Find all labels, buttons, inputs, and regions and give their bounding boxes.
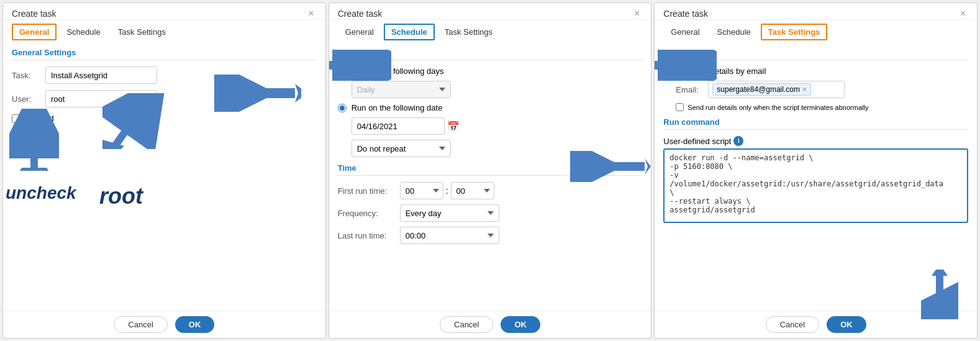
first-run-mm[interactable]: 00 (451, 182, 494, 199)
script-label: User-defined script (663, 137, 731, 146)
tab-general-3[interactable]: General (663, 24, 707, 40)
dialog-2-tabs: General Schedule Task Settings (329, 20, 651, 40)
dialog-2-header: Create task × (329, 3, 651, 20)
tab-schedule-1[interactable]: Schedule (59, 24, 107, 40)
dialog-1-title: Create task (12, 9, 57, 19)
dialog-3-footer: Cancel OK (655, 311, 977, 338)
repeat-select[interactable]: Do not repeat (352, 140, 451, 157)
calendar-icon[interactable]: 📅 (447, 120, 460, 132)
task-row: Task: (12, 66, 317, 84)
run-days-radio[interactable] (338, 67, 347, 76)
time-section-title: Time (338, 163, 643, 176)
tab-general-2[interactable]: General (338, 24, 381, 40)
date-section-title: Date (338, 48, 643, 60)
frequency-label: Frequency: (338, 209, 400, 218)
dialog-1-body: General Settings Task: User: root Enable… (3, 40, 325, 311)
dialog-1-tabs: General Schedule Task Settings (3, 20, 325, 40)
tab-schedule-3[interactable]: Schedule (710, 24, 758, 40)
enabled-row: Enabled (12, 114, 317, 123)
run-days-label: Run on the following days (352, 66, 444, 76)
frequency-select[interactable]: Every day (400, 204, 499, 222)
run-command-title: Run command (663, 117, 968, 130)
daily-select[interactable]: Daily (352, 81, 451, 98)
run-following-date-row: Run on the following date (338, 103, 643, 112)
cancel-button-3[interactable]: Cancel (766, 316, 819, 333)
dialog-2-close[interactable]: × (632, 8, 642, 19)
user-select[interactable]: root (45, 90, 157, 107)
abnormal-checkbox[interactable] (676, 103, 684, 111)
email-row: Email: supergate84@gmail.com × (676, 81, 968, 98)
first-run-label: First run time: (338, 186, 400, 196)
last-run-row: Last run time: 00:00 (338, 227, 643, 244)
dialog-3-header: Create task × (655, 3, 977, 20)
dialog-3-tabs: General Schedule Task Settings (655, 20, 977, 40)
ok-button-1[interactable]: OK (175, 316, 215, 333)
run-date-label: Run on the following date (352, 103, 443, 112)
email-tag-value: supergate84@gmail.com (717, 85, 800, 94)
user-label: User: (12, 94, 40, 104)
email-input-wrap: supergate84@gmail.com × (708, 81, 845, 98)
dialog-2-footer: Cancel OK (329, 311, 651, 338)
run-date-radio[interactable] (338, 104, 347, 112)
ok-button-2[interactable]: OK (501, 316, 540, 333)
tab-tasksettings-1[interactable]: Task Settings (111, 24, 173, 40)
enabled-label: Enabled (24, 114, 54, 123)
tab-tasksettings-3[interactable]: Task Settings (761, 24, 828, 40)
dialog-2: Create task × General Schedule Task Sett… (329, 2, 652, 339)
tab-tasksettings-2[interactable]: Task Settings (437, 24, 500, 40)
dialog-1-footer: Cancel OK (3, 311, 325, 338)
abnormal-label: Send run details only when the script te… (687, 104, 868, 111)
abnormal-row: Send run details only when the script te… (676, 103, 968, 111)
enabled-checkbox[interactable] (12, 114, 20, 123)
dialog-3: Create task × General Schedule Task Sett… (654, 2, 978, 339)
run-following-days-row: Run on the following days (338, 66, 643, 76)
frequency-row: Frequency: Every day (338, 204, 643, 222)
send-email-checkbox[interactable] (663, 67, 671, 75)
first-run-hh[interactable]: 00 (400, 182, 443, 199)
email-tag-remove[interactable]: × (802, 85, 807, 94)
task-input[interactable] (45, 66, 157, 84)
first-run-row: First run time: 00 : 00 (338, 182, 643, 199)
user-row: User: root (12, 90, 317, 107)
cancel-button-1[interactable]: Cancel (114, 316, 167, 333)
dialog-3-title: Create task (663, 9, 708, 19)
last-run-label: Last run time: (338, 231, 400, 240)
dialog-2-body: Date Run on the following days Daily Run… (329, 40, 651, 311)
email-label: Email: (676, 85, 704, 94)
dialog-1: Create task × General Schedule Task Sett… (2, 2, 326, 339)
colon-1: : (443, 186, 451, 196)
dialog-1-header: Create task × (3, 3, 325, 20)
dialog-3-close[interactable]: × (958, 8, 968, 19)
dialog-1-close[interactable]: × (306, 8, 316, 19)
send-email-row: Send run details by email (663, 66, 968, 76)
cancel-button-2[interactable]: Cancel (440, 316, 493, 333)
dialog-3-body: Notification Send run details by email E… (655, 40, 977, 311)
notification-title: Notification (663, 48, 968, 60)
ok-button-3[interactable]: OK (827, 316, 866, 333)
date-input[interactable] (352, 117, 445, 135)
email-tag: supergate84@gmail.com × (712, 83, 811, 96)
last-run-select[interactable]: 00:00 (400, 227, 499, 244)
info-icon: i (733, 136, 743, 146)
general-settings-title: General Settings (12, 48, 317, 60)
tab-schedule-2[interactable]: Schedule (384, 24, 435, 40)
dialog-2-title: Create task (338, 9, 383, 19)
task-label: Task: (12, 71, 40, 80)
tab-general-1[interactable]: General (12, 24, 57, 40)
script-textarea[interactable]: docker run -d --name=assetgrid \ -p 5160… (663, 148, 968, 223)
date-input-wrap: 📅 (352, 117, 643, 135)
send-email-label: Send run details by email (675, 66, 766, 76)
